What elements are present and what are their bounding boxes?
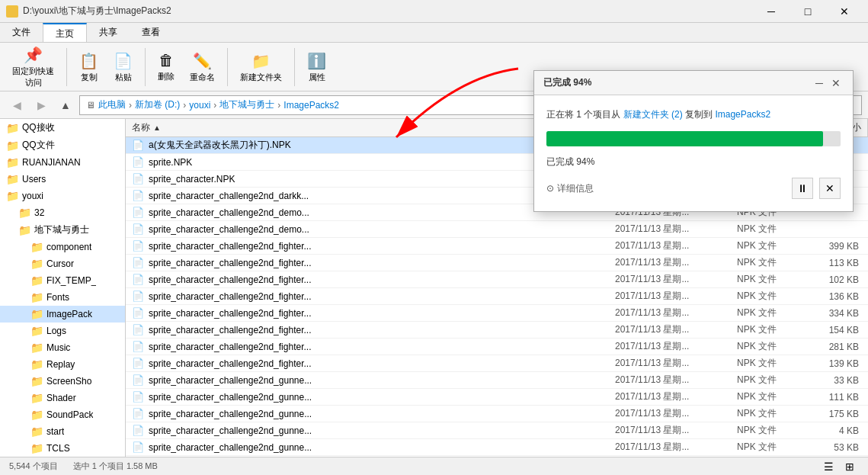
minimize-button[interactable]: ─ [754, 0, 789, 23]
new-folder-button[interactable]: 📁 新建文件夹 [234, 49, 288, 86]
copy-source-link[interactable]: 新建文件夹 (2) [623, 109, 683, 120]
sidebar-item-imagepack[interactable]: 📁ImagePack [0, 306, 125, 323]
table-row[interactable]: 📄 sprite_character_challenge2nd_fighter.… [126, 271, 868, 288]
sidebar-item-shader[interactable]: 📁Shader [0, 390, 125, 406]
delete-button[interactable]: 🗑 删除 [152, 49, 181, 85]
file-date-cell: 2017/11/13 星期... [609, 441, 731, 454]
file-date-cell: 2017/11/13 星期... [609, 239, 731, 252]
table-row[interactable]: 📄 sprite_character_challenge2nd_fighter.… [126, 238, 868, 255]
sidebar-item-screensho[interactable]: 📁ScreenSho [0, 373, 125, 390]
file-size-cell: 102 KB [807, 274, 868, 285]
file-name-text: sprite_character_challenge2nd_gunne... [149, 425, 312, 436]
properties-icon: ℹ️ [307, 52, 326, 70]
sidebar-item-label: TCLS [46, 443, 70, 454]
table-row[interactable]: 📄 sprite_character_challenge2nd_fighter.… [126, 305, 868, 322]
table-row[interactable]: 📄 sprite_character_challenge2nd_demo... … [126, 221, 868, 238]
pin-to-quick-access-button[interactable]: 📌 固定到快速访问 [6, 43, 60, 91]
sidebar-item-logs[interactable]: 📁Logs [0, 323, 125, 339]
path-part-imagepacks[interactable]: ImagePacks2 [283, 100, 339, 111]
sidebar-item-component[interactable]: 📁component [0, 239, 125, 255]
pause-button[interactable]: ⏸ [792, 178, 813, 199]
sidebar-item-fonts[interactable]: 📁Fonts [0, 289, 125, 306]
dialog-close-button[interactable]: ✕ [828, 75, 844, 91]
table-row[interactable]: 📄 sprite_character_challenge2nd_gunne...… [126, 422, 868, 439]
rename-button[interactable]: ✏️ 重命名 [184, 49, 221, 86]
sidebar-item-label: FIX_TEMP_ [46, 275, 96, 286]
forward-button[interactable]: ▶ [30, 95, 52, 115]
file-date-cell: 2017/11/13 星期... [609, 374, 731, 387]
table-row[interactable]: 📄 sprite_character_challenge2nd_fighter.… [126, 355, 868, 372]
file-type-cell: NPK 文件 [731, 441, 807, 454]
file-name-text: sprite_character_challenge2nd_demo... [149, 224, 309, 235]
file-type-cell: NPK 文件 [731, 357, 807, 370]
file-date-cell: 2017/11/13 星期... [609, 340, 731, 353]
file-size-cell: 399 KB [807, 241, 868, 252]
detail-toggle-button[interactable]: ⊙ 详细信息 [546, 182, 594, 195]
sidebar-item-ruanjianan[interactable]: 📁RUANJIANAN [0, 154, 125, 171]
sidebar-item-label: ImagePack [46, 309, 92, 319]
file-name-text: sprite_character_challenge2nd_fighter... [149, 241, 311, 252]
file-icon: 📄 [132, 358, 144, 369]
sidebar-item-users[interactable]: 📁Users [0, 171, 125, 188]
tab-file[interactable]: 文件 [0, 23, 43, 42]
sidebar-item-label: Cursor [46, 258, 74, 269]
sidebar-item-soundpack[interactable]: 📁SoundPack [0, 406, 125, 423]
table-row[interactable]: 📄 sprite_character_challenge2nd_gunne...… [126, 439, 868, 456]
back-button[interactable]: ◀ [6, 95, 27, 115]
copy-button[interactable]: 📋 复制 [73, 49, 104, 86]
tab-share[interactable]: 共享 [87, 23, 130, 42]
details-view-button[interactable]: ☰ [819, 459, 838, 474]
dialog-title: 已完成 94% [543, 76, 591, 89]
tab-home[interactable]: 主页 [43, 23, 87, 42]
path-sep-3: › [213, 100, 216, 111]
tab-view[interactable]: 查看 [130, 23, 172, 42]
large-icons-view-button[interactable]: ⊞ [841, 459, 859, 474]
sidebar-item-start[interactable]: 📁start [0, 423, 125, 440]
table-row[interactable]: 📄 sprite_character_challenge2nd_gunne...… [126, 456, 868, 457]
copy-dest-link[interactable]: ImagePacks2 [715, 109, 770, 120]
file-size-cell: 281 KB [807, 342, 868, 352]
sidebar-item-replay[interactable]: 📁Replay [0, 356, 125, 373]
file-icon: 📄 [132, 425, 144, 436]
maximize-button[interactable]: □ [790, 0, 825, 23]
table-row[interactable]: 📄 sprite_character_challenge2nd_fighter.… [126, 255, 868, 271]
file-size-cell: 154 KB [807, 325, 868, 335]
properties-button[interactable]: ℹ️ 属性 [301, 49, 332, 86]
up-button[interactable]: ▲ [55, 95, 76, 115]
file-icon: 📄 [132, 441, 144, 453]
dialog-info: 正在将 1 个项目从 新建文件夹 (2) 复制到 ImagePacks2 [546, 108, 841, 122]
table-row[interactable]: 📄 sprite_character_challenge2nd_fighter.… [126, 288, 868, 305]
paste-button[interactable]: 📄 粘贴 [107, 49, 139, 86]
table-row[interactable]: 📄 sprite_character_challenge2nd_fighter.… [126, 322, 868, 339]
folder-icon: 📁 [30, 308, 43, 320]
file-name-text: sprite_character_challenge2nd_gunne... [149, 375, 312, 386]
sidebar-item-music[interactable]: 📁Music [0, 339, 125, 356]
folder-icon: 📁 [30, 325, 43, 337]
computer-icon: 🖥 [86, 100, 95, 111]
sidebar-item-fixtemp[interactable]: 📁FIX_TEMP_ [0, 272, 125, 289]
sidebar-item-32[interactable]: 📁32 [0, 204, 125, 221]
close-button[interactable]: ✕ [827, 0, 862, 23]
sidebar-item-cursor[interactable]: 📁Cursor [0, 255, 125, 272]
path-part-computer[interactable]: 此电脑 [98, 98, 126, 111]
file-size-cell: 113 KB [807, 258, 868, 268]
dialog-minimize-button[interactable]: ─ [812, 75, 827, 91]
file-name-cell: 📄 sprite_character_challenge2nd_gunne... [126, 374, 609, 386]
new-folder-icon: 📁 [251, 52, 271, 70]
sidebar-item-qq[interactable]: 📁QQ文件 [0, 136, 125, 154]
sidebar-item-qq[interactable]: 📁QQ接收 [0, 119, 125, 136]
table-row[interactable]: 📄 sprite_character_challenge2nd_fighter.… [126, 339, 868, 355]
file-name-text: sprite_character_challenge2nd_fighter... [149, 258, 311, 268]
table-row[interactable]: 📄 sprite_character_challenge2nd_gunne...… [126, 372, 868, 389]
sidebar-item-tcls[interactable]: 📁TCLS [0, 440, 125, 457]
path-part-game[interactable]: 地下城与勇士 [219, 98, 274, 111]
file-date-cell: 2017/11/13 星期... [609, 357, 731, 370]
path-part-drive[interactable]: 新加卷 (D:) [135, 98, 180, 111]
path-part-youxi[interactable]: youxi [189, 100, 210, 111]
sidebar-item-label: Users [22, 174, 46, 185]
table-row[interactable]: 📄 sprite_character_challenge2nd_gunne...… [126, 389, 868, 406]
sidebar-item-youxi[interactable]: 📁youxi [0, 188, 125, 204]
table-row[interactable]: 📄 sprite_character_challenge2nd_gunne...… [126, 406, 868, 422]
sidebar-item-[interactable]: 📁地下城与勇士 [0, 221, 125, 239]
cancel-button[interactable]: ✕ [819, 178, 841, 199]
